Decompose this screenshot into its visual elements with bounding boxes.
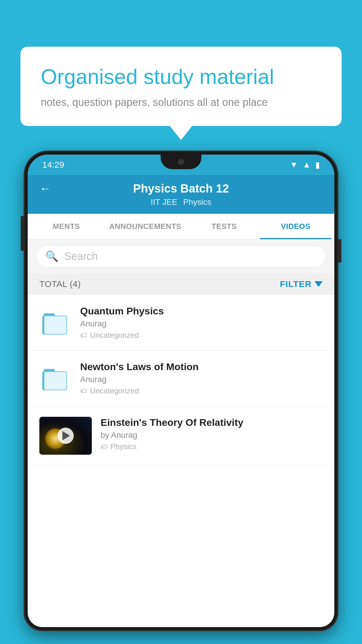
search-input[interactable]: Search (64, 250, 98, 262)
tag-icon: 🏷 (80, 331, 87, 340)
header-top: ← Physics Batch 12 (39, 182, 323, 195)
tab-announcements[interactable]: ANNOUNCEMENTS (102, 214, 188, 239)
item-author: by Anurag (101, 430, 323, 440)
list-item[interactable]: Einstein's Theory Of Relativity by Anura… (28, 406, 334, 466)
header-tags: IIT JEE Physics (151, 197, 211, 207)
search-bar-wrapper: 🔍 Search (28, 239, 334, 273)
tag-icon: 🏷 (101, 443, 108, 451)
wifi-icon: ▼ (290, 160, 298, 169)
total-count-label: TOTAL (4) (39, 279, 81, 289)
tab-videos[interactable]: VIDEOS (260, 214, 331, 239)
speech-bubble-section: Organised study material notes, question… (20, 47, 342, 126)
item-tag: 🏷 Uncategorized (80, 386, 323, 396)
phone-screen: 14:29 ▼ ▲ ▮ ← Physics Batch 12 IIT JEE P… (28, 155, 334, 627)
list-item[interactable]: Newton's Laws of Motion Anurag 🏷 Uncateg… (28, 351, 334, 406)
item-author: Anurag (80, 319, 323, 328)
list-item[interactable]: Quantum Physics Anurag 🏷 Uncategorized (28, 295, 334, 351)
status-icons: ▼ ▲ ▮ (290, 160, 320, 170)
item-author: Anurag (80, 375, 323, 384)
tag-physics: Physics (183, 197, 211, 207)
tab-tests[interactable]: TESTS (188, 214, 260, 239)
tag-label: Uncategorized (90, 386, 139, 396)
folder-icon (41, 307, 70, 336)
item-tag: 🏷 Uncategorized (80, 331, 323, 340)
phone-device: 14:29 ▼ ▲ ▮ ← Physics Batch 12 IIT JEE P… (25, 152, 337, 630)
folder-icon (41, 363, 70, 392)
item-tag: 🏷 Physics (101, 442, 323, 451)
item-thumbnail (39, 361, 71, 393)
video-list: Quantum Physics Anurag 🏷 Uncategorized (28, 295, 334, 466)
filter-bar: TOTAL (4) FILTER (28, 273, 334, 295)
tag-label: Physics (110, 442, 137, 451)
battery-icon: ▮ (315, 160, 320, 170)
app-header: ← Physics Batch 12 IIT JEE Physics (28, 175, 334, 214)
filter-button[interactable]: FILTER (280, 279, 323, 289)
search-bar[interactable]: 🔍 Search (36, 245, 326, 267)
item-thumbnail (39, 305, 71, 337)
item-info: Einstein's Theory Of Relativity by Anura… (101, 417, 323, 451)
filter-icon (314, 281, 323, 287)
play-button[interactable] (57, 428, 74, 444)
bubble-subtitle: notes, question papers, solutions all at… (41, 96, 321, 108)
page-title: Physics Batch 12 (133, 182, 229, 195)
speech-bubble: Organised study material notes, question… (20, 47, 342, 126)
search-icon: 🔍 (45, 250, 59, 262)
tab-ments[interactable]: MENTS (31, 214, 102, 239)
signal-icon: ▲ (303, 160, 311, 169)
camera-dot (178, 159, 184, 165)
play-icon (62, 431, 70, 440)
item-info: Newton's Laws of Motion Anurag 🏷 Uncateg… (80, 361, 323, 396)
tag-label: Uncategorized (90, 331, 139, 340)
item-title: Einstein's Theory Of Relativity (101, 417, 323, 428)
tag-icon: 🏷 (80, 387, 87, 395)
bubble-title: Organised study material (41, 64, 321, 89)
item-info: Quantum Physics Anurag 🏷 Uncategorized (80, 305, 323, 340)
item-title: Quantum Physics (80, 305, 323, 317)
back-button[interactable]: ← (39, 182, 51, 195)
tabs-bar: MENTS ANNOUNCEMENTS TESTS VIDEOS (28, 214, 334, 239)
phone-wrapper: 14:29 ▼ ▲ ▮ ← Physics Batch 12 IIT JEE P… (25, 152, 337, 644)
status-time: 14:29 (42, 160, 64, 170)
tag-iit-jee: IIT JEE (151, 197, 177, 207)
item-title: Newton's Laws of Motion (80, 361, 323, 372)
filter-label: FILTER (280, 279, 312, 289)
item-video-thumbnail (39, 417, 92, 455)
status-bar: 14:29 ▼ ▲ ▮ (28, 155, 334, 175)
notch (161, 155, 201, 169)
